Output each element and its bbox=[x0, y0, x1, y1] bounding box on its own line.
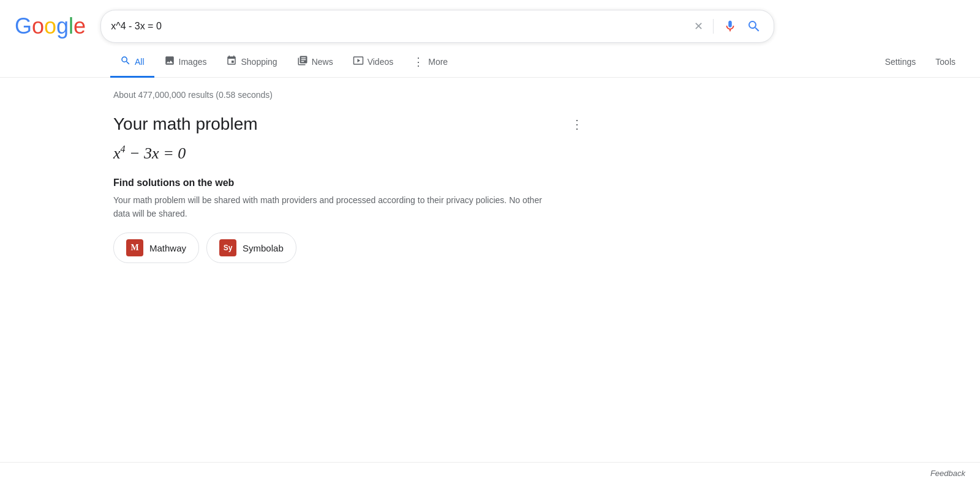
news-icon bbox=[297, 55, 308, 69]
tab-images-label: Images bbox=[179, 57, 207, 67]
results-count: About 477,000,000 results (0.58 seconds) bbox=[113, 90, 551, 100]
tab-videos-label: Videos bbox=[368, 57, 394, 67]
tab-shopping-label: Shopping bbox=[241, 57, 277, 67]
search-button[interactable] bbox=[744, 17, 764, 36]
symbolab-label: Symbolab bbox=[243, 243, 284, 253]
voice-search-button[interactable] bbox=[721, 17, 739, 35]
symbolab-button[interactable]: Sy Symbolab bbox=[206, 233, 296, 263]
mathway-logo: M bbox=[126, 239, 143, 256]
math-card: ⋮ Your math problem x4 − 3x = 0 Find sol… bbox=[113, 114, 551, 263]
tab-all[interactable]: All bbox=[110, 48, 154, 78]
find-solutions-title: Find solutions on the web bbox=[113, 177, 551, 188]
feedback-link[interactable]: Feedback bbox=[930, 469, 965, 478]
tabs-bar: All Images Shopping News Videos ⋮ More S… bbox=[0, 48, 980, 78]
tab-news-label: News bbox=[312, 57, 333, 67]
header: Google ✕ bbox=[0, 0, 980, 48]
google-logo[interactable]: Google bbox=[15, 13, 86, 39]
main-content: About 477,000,000 results (0.58 seconds)… bbox=[0, 78, 551, 263]
search-icons: ✕ bbox=[692, 17, 764, 36]
search-input[interactable] bbox=[111, 21, 692, 32]
mic-icon bbox=[723, 20, 737, 33]
images-icon bbox=[164, 55, 175, 69]
tab-videos[interactable]: Videos bbox=[343, 48, 404, 78]
tab-shopping[interactable]: Shopping bbox=[216, 48, 287, 78]
more-dots-icon: ⋮ bbox=[413, 55, 424, 69]
math-providers: M Mathway Sy Symbolab bbox=[113, 233, 551, 263]
tools-link[interactable]: Tools bbox=[925, 50, 965, 76]
find-solutions-desc: Your math problem will be shared with ma… bbox=[113, 193, 551, 221]
tab-more-label: More bbox=[428, 57, 448, 67]
mathway-label: Mathway bbox=[149, 243, 186, 253]
math-equation: x4 − 3x = 0 bbox=[113, 144, 551, 163]
close-icon: ✕ bbox=[694, 20, 703, 33]
search-input-container: ✕ bbox=[100, 10, 774, 43]
footer-bar: Feedback bbox=[0, 462, 980, 484]
settings-link[interactable]: Settings bbox=[875, 50, 926, 76]
clear-button[interactable]: ✕ bbox=[692, 17, 706, 35]
settings-tools-group: Settings Tools bbox=[875, 50, 980, 75]
tab-images[interactable]: Images bbox=[154, 48, 217, 78]
tab-all-label: All bbox=[135, 57, 145, 67]
tab-more[interactable]: ⋮ More bbox=[403, 48, 458, 78]
search-bar-wrapper: ✕ bbox=[100, 10, 774, 43]
all-search-icon bbox=[120, 55, 131, 69]
tab-news[interactable]: News bbox=[287, 48, 343, 78]
shopping-icon bbox=[226, 55, 237, 69]
more-options-button[interactable]: ⋮ bbox=[566, 114, 588, 134]
search-icon bbox=[747, 19, 761, 34]
symbolab-logo: Sy bbox=[219, 239, 236, 256]
math-card-title: Your math problem bbox=[113, 114, 551, 134]
divider bbox=[713, 19, 714, 34]
mathway-button[interactable]: M Mathway bbox=[113, 233, 199, 263]
videos-icon bbox=[353, 55, 364, 69]
